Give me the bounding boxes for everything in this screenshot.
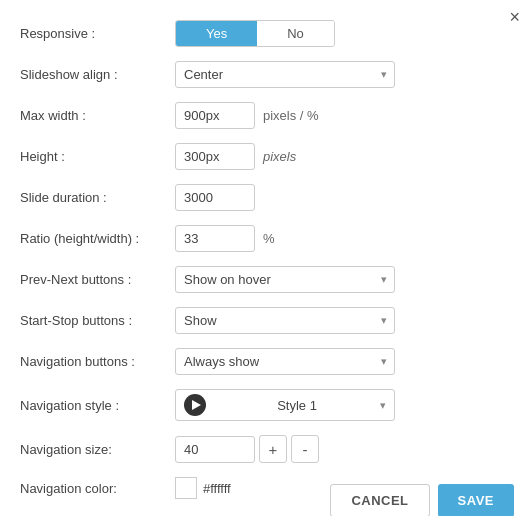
ratio-row: Ratio (height/width) : % xyxy=(20,225,510,252)
max-width-input[interactable] xyxy=(175,102,255,129)
nav-color-swatch[interactable] xyxy=(175,477,197,499)
nav-color-label: Navigation color: xyxy=(20,481,175,496)
slide-duration-label: Slide duration : xyxy=(20,190,175,205)
height-label: Height : xyxy=(20,149,175,164)
height-row: Height : pixels xyxy=(20,143,510,170)
responsive-toggle-group: Yes No xyxy=(175,20,335,47)
start-stop-wrapper: Show Hide Always show ▾ xyxy=(175,307,395,334)
ratio-unit: % xyxy=(263,231,275,246)
nav-style-button[interactable]: Style 1 ▾ xyxy=(175,389,395,421)
max-width-row: Max width : pixels / % xyxy=(20,102,510,129)
slideshow-align-label: Slideshow align : xyxy=(20,67,175,82)
navigation-select[interactable]: Always show Show on hover Hide xyxy=(175,348,395,375)
height-unit: pixels xyxy=(263,149,296,164)
nav-size-plus-button[interactable]: + xyxy=(259,435,287,463)
ratio-label: Ratio (height/width) : xyxy=(20,231,175,246)
nav-size-row: Navigation size: + - xyxy=(20,435,510,463)
prev-next-wrapper: Show on hover Always show Hide ▾ xyxy=(175,266,395,293)
responsive-yes-button[interactable]: Yes xyxy=(176,21,257,46)
nav-color-value: #ffffff xyxy=(203,481,231,496)
prev-next-row: Prev-Next buttons : Show on hover Always… xyxy=(20,266,510,293)
prev-next-label: Prev-Next buttons : xyxy=(20,272,175,287)
settings-dialog: × Responsive : Yes No Slideshow align : … xyxy=(0,0,530,516)
dialog-footer: CANCEL SAVE xyxy=(330,484,514,516)
height-input[interactable] xyxy=(175,143,255,170)
cancel-button[interactable]: CANCEL xyxy=(330,484,429,516)
start-stop-select[interactable]: Show Hide Always show xyxy=(175,307,395,334)
nav-style-label: Navigation style : xyxy=(20,398,175,413)
slideshow-align-row: Slideshow align : Center Left Right ▾ xyxy=(20,61,510,88)
navigation-wrapper: Always show Show on hover Hide ▾ xyxy=(175,348,395,375)
save-button[interactable]: SAVE xyxy=(438,484,514,516)
slide-duration-input[interactable] xyxy=(175,184,255,211)
nav-size-minus-button[interactable]: - xyxy=(291,435,319,463)
slideshow-align-select[interactable]: Center Left Right xyxy=(175,61,395,88)
nav-size-controls: + - xyxy=(175,435,319,463)
nav-style-arrow-icon: ▾ xyxy=(380,399,386,412)
navigation-label: Navigation buttons : xyxy=(20,354,175,369)
nav-size-input[interactable] xyxy=(175,436,255,463)
navigation-row: Navigation buttons : Always show Show on… xyxy=(20,348,510,375)
start-stop-label: Start-Stop buttons : xyxy=(20,313,175,328)
close-button[interactable]: × xyxy=(509,8,520,26)
nav-style-value: Style 1 xyxy=(214,398,380,413)
responsive-no-button[interactable]: No xyxy=(257,21,334,46)
nav-size-label: Navigation size: xyxy=(20,442,175,457)
slide-duration-row: Slide duration : xyxy=(20,184,510,211)
slideshow-align-wrapper: Center Left Right ▾ xyxy=(175,61,395,88)
max-width-label: Max width : xyxy=(20,108,175,123)
responsive-row: Responsive : Yes No xyxy=(20,20,510,47)
play-icon xyxy=(184,394,206,416)
max-width-unit: pixels / % xyxy=(263,108,319,123)
prev-next-select[interactable]: Show on hover Always show Hide xyxy=(175,266,395,293)
ratio-input[interactable] xyxy=(175,225,255,252)
nav-style-row: Navigation style : Style 1 ▾ xyxy=(20,389,510,421)
start-stop-row: Start-Stop buttons : Show Hide Always sh… xyxy=(20,307,510,334)
responsive-label: Responsive : xyxy=(20,26,175,41)
